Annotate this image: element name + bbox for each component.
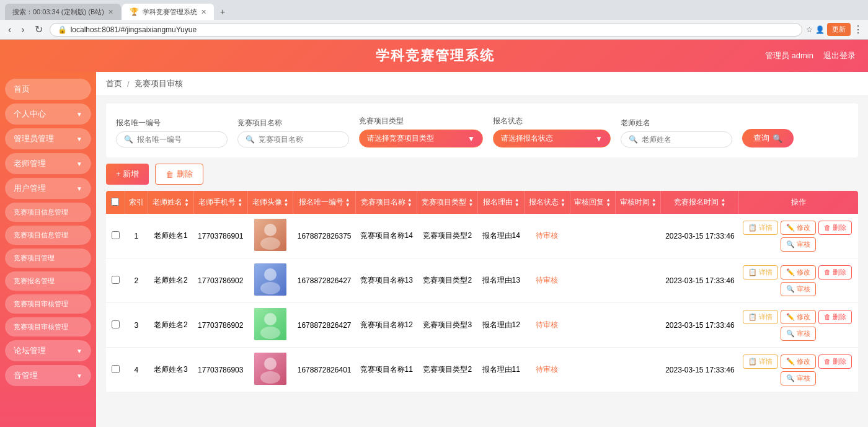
sidebar-audio-btn[interactable]: 音管理 ▼ bbox=[5, 365, 91, 386]
menu-icon[interactable]: ⋮ bbox=[853, 24, 863, 35]
audit-btn-2[interactable]: 🔍 审核 bbox=[781, 327, 816, 341]
search-icon-1: 🔍 bbox=[124, 135, 133, 144]
svg-point-10 bbox=[264, 358, 277, 370]
sidebar-profile-btn[interactable]: 个人中心 ▼ bbox=[5, 103, 91, 125]
breadcrumb: 首页 / 竞赛项目审核 bbox=[96, 72, 868, 96]
select-arrow-icon-2: ▼ bbox=[595, 134, 603, 143]
sidebar-contest-info2-btn[interactable]: 竞赛项目信息管理 bbox=[5, 226, 91, 245]
edit-btn-2[interactable]: ✏️ 修改 bbox=[781, 310, 816, 324]
back-btn[interactable]: ‹ bbox=[5, 23, 14, 37]
th-audit-time: 审核时间▲▼ bbox=[615, 191, 660, 214]
edit-btn-0[interactable]: ✏️ 修改 bbox=[781, 221, 816, 235]
row-checkbox-0[interactable] bbox=[112, 231, 120, 239]
sidebar-item-contest-info1[interactable]: 竞赛项目信息管理 bbox=[5, 203, 91, 222]
data-table: 索引 老师姓名▲▼ 老师手机号▲▼ 老师头像▲▼ bbox=[106, 191, 858, 392]
contest-reg-label: 竞赛报名管理 bbox=[14, 276, 55, 286]
forward-btn[interactable]: › bbox=[18, 23, 27, 37]
sidebar-home-btn[interactable]: 首页 bbox=[5, 79, 91, 100]
sidebar-item-home[interactable]: 首页 bbox=[5, 79, 91, 100]
audit-btn-1[interactable]: 🔍 审核 bbox=[781, 282, 816, 296]
tab-2-label: 学科竞赛管理系统 bbox=[143, 7, 197, 17]
table-row: 1 老师姓名1 17703786901 1678872826375 竞赛项目名称… bbox=[106, 214, 858, 258]
project-type-select[interactable]: 请选择竞赛项目类型 ▼ bbox=[359, 130, 483, 147]
sidebar-item-admin-mgmt[interactable]: 管理员管理 ▼ bbox=[5, 128, 91, 149]
cell-teacher-name: 老师姓名3 bbox=[148, 348, 193, 392]
sidebar-item-audio[interactable]: 音管理 ▼ bbox=[5, 365, 91, 386]
sidebar-item-contest-mgmt[interactable]: 竞赛项目管理 bbox=[5, 249, 91, 268]
cell-reason: 报名理由12 bbox=[478, 303, 525, 348]
row-actions-1: 📋 详情 ✏️ 修改 🗑 删除 🔍 审核 bbox=[743, 265, 854, 296]
logout-btn[interactable]: 退出登录 bbox=[823, 50, 856, 61]
row-checkbox-2[interactable] bbox=[112, 320, 120, 328]
update-button[interactable]: 更新 bbox=[827, 23, 851, 36]
cell-phone: 17703786902 bbox=[193, 303, 247, 348]
sidebar-teacher-btn[interactable]: 老师管理 ▼ bbox=[5, 153, 91, 174]
sidebar-forum-btn[interactable]: 论坛管理 ▼ bbox=[5, 340, 91, 361]
address-bar[interactable]: 🔒 localhost:8081/#/jingsaixiangmuYuyue bbox=[50, 23, 802, 37]
detail-btn-3[interactable]: 📋 详情 bbox=[743, 354, 778, 369]
bookmark-icon[interactable]: ☆ bbox=[806, 25, 813, 34]
row-checkbox-1[interactable] bbox=[112, 276, 120, 284]
cell-avatar bbox=[247, 258, 293, 303]
batch-delete-button[interactable]: 🗑 删除 bbox=[155, 164, 203, 185]
edit-btn-3[interactable]: ✏️ 修改 bbox=[781, 354, 816, 369]
tab-icon-2: 🏆 bbox=[130, 7, 139, 16]
reg-status-select[interactable]: 请选择报名状态 ▼ bbox=[493, 130, 611, 147]
detail-btn-1[interactable]: 📋 详情 bbox=[743, 265, 778, 280]
row-checkbox-cell bbox=[106, 303, 125, 348]
cell-project-name: 竞赛项目名称12 bbox=[356, 303, 417, 348]
teacher-name-input[interactable] bbox=[642, 135, 735, 144]
th-phone: 老师手机号▲▼ bbox=[193, 191, 247, 214]
sidebar-item-contest-audit2[interactable]: 竞赛项目审核管理 bbox=[5, 317, 91, 337]
row-checkbox-3[interactable] bbox=[112, 365, 120, 373]
avatar-img-3 bbox=[254, 353, 286, 385]
sidebar-contest-mgmt-btn[interactable]: 竞赛项目管理 bbox=[5, 249, 91, 268]
select-all-checkbox[interactable] bbox=[111, 198, 119, 206]
sidebar-item-contest-reg[interactable]: 竞赛报名管理 bbox=[5, 271, 91, 291]
detail-btn-2[interactable]: 📋 详情 bbox=[743, 310, 778, 324]
sidebar-admin-btn[interactable]: 管理员管理 ▼ bbox=[5, 128, 91, 149]
audit-btn-3[interactable]: 🔍 审核 bbox=[781, 371, 816, 385]
audit-btn-0[interactable]: 🔍 审核 bbox=[781, 237, 816, 252]
arrow-icon-3: ▼ bbox=[76, 161, 82, 167]
profile-icon[interactable]: 👤 bbox=[815, 25, 825, 34]
sidebar-item-forum[interactable]: 论坛管理 ▼ bbox=[5, 340, 91, 361]
svg-point-1 bbox=[264, 224, 277, 236]
reg-num-input[interactable] bbox=[137, 135, 230, 144]
filter-search-btn-wrapper: 查询 🔍 bbox=[742, 113, 794, 147]
sidebar-contest-reg-btn[interactable]: 竞赛报名管理 bbox=[5, 271, 91, 291]
edit-btn-1[interactable]: ✏️ 修改 bbox=[781, 265, 816, 280]
sidebar-item-contest-audit1[interactable]: 竞赛项目审核管理 bbox=[5, 294, 91, 314]
search-btn-icon: 🔍 bbox=[773, 134, 782, 143]
sidebar-item-user[interactable]: 用户管理 ▼ bbox=[5, 178, 91, 199]
th-project-name: 竞赛项目名称▲▼ bbox=[356, 191, 417, 214]
admin-mgmt-label: 管理员管理 bbox=[14, 133, 54, 144]
search-button[interactable]: 查询 🔍 bbox=[742, 129, 794, 147]
browser-tab-2[interactable]: 🏆 学科竞赛管理系统 ✕ bbox=[122, 4, 214, 20]
sidebar-item-contest-info2[interactable]: 竞赛项目信息管理 bbox=[5, 226, 91, 245]
sidebar-contest-audit2-btn[interactable]: 竞赛项目审核管理 bbox=[5, 317, 91, 337]
sidebar-contest-audit1-btn[interactable]: 竞赛项目审核管理 bbox=[5, 294, 91, 314]
cell-phone: 17703786901 bbox=[193, 214, 247, 258]
detail-btn-0[interactable]: 📋 详情 bbox=[743, 221, 778, 235]
delete-btn-0[interactable]: 🗑 删除 bbox=[818, 221, 852, 235]
cell-audit-reply bbox=[570, 258, 615, 303]
browser-tab-1[interactable]: 搜索：00:03:34 (定制版) (B站) ✕ bbox=[5, 4, 121, 20]
user-label: 用户管理 bbox=[14, 183, 46, 194]
breadcrumb-home[interactable]: 首页 bbox=[106, 78, 122, 89]
delete-btn-2[interactable]: 🗑 删除 bbox=[818, 310, 852, 324]
sidebar-user-btn[interactable]: 用户管理 ▼ bbox=[5, 178, 91, 199]
cell-reg-num: 1678872826375 bbox=[293, 214, 356, 258]
new-tab-btn[interactable]: + bbox=[215, 4, 230, 20]
delete-btn-1[interactable]: 🗑 删除 bbox=[818, 265, 852, 280]
status-badge-3: 待审核 bbox=[536, 365, 558, 374]
close-tab-1-icon[interactable]: ✕ bbox=[108, 8, 113, 16]
project-name-input[interactable] bbox=[259, 135, 352, 144]
sidebar-contest-info1-btn[interactable]: 竞赛项目信息管理 bbox=[5, 203, 91, 222]
sidebar-item-profile[interactable]: 个人中心 ▼ bbox=[5, 103, 91, 125]
close-tab-2-icon[interactable]: ✕ bbox=[201, 8, 206, 16]
delete-btn-3[interactable]: 🗑 删除 bbox=[818, 354, 852, 369]
refresh-btn[interactable]: ↻ bbox=[32, 22, 46, 37]
sidebar-item-teacher[interactable]: 老师管理 ▼ bbox=[5, 153, 91, 174]
new-button[interactable]: + 新增 bbox=[106, 164, 149, 185]
